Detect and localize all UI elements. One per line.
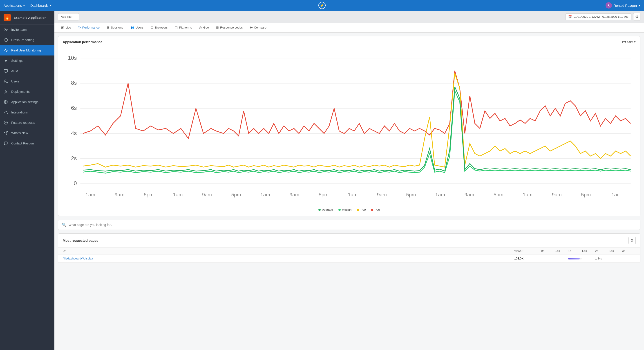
tab-live-label: Live (66, 26, 71, 29)
app-settings-icon (4, 100, 8, 104)
date-range-label: 01/21/2020 1:13 AM - 01/28/2020 1:13 AM (574, 15, 628, 18)
col-uri: Uri (63, 249, 514, 253)
crash-reporting-label: Crash Reporting (11, 38, 34, 42)
applications-nav[interactable]: Applications ▾ (4, 3, 25, 7)
col-0s: 0s (541, 249, 555, 253)
live-icon: ▣ (61, 26, 64, 29)
settings-icon (4, 58, 8, 63)
svg-text:1am: 1am (523, 192, 532, 197)
page-content: Application performance First paint ▾ 10… (54, 32, 644, 266)
median-dot (338, 209, 341, 211)
chart-title: Application performance (63, 40, 102, 44)
first-paint-label: First paint (620, 40, 633, 43)
col-05s: 0.5s (555, 249, 568, 253)
tab-live[interactable]: ▣ Live (58, 23, 74, 32)
rum-label: Real User Monitoring (11, 48, 41, 52)
apm-label: APM (11, 69, 18, 73)
legend-p90: P90 (357, 208, 366, 211)
row-uri[interactable]: /tiledashboard/*/display (63, 257, 514, 260)
tab-geo[interactable]: ◎ Geo (196, 23, 212, 32)
sidebar-item-settings[interactable]: Settings (0, 55, 54, 66)
add-filter-label: Add filter (61, 15, 72, 18)
svg-text:9am: 9am (377, 192, 387, 197)
p99-label: P99 (374, 208, 380, 211)
sidebar-item-users[interactable]: Users (0, 76, 54, 86)
tab-browsers[interactable]: ☐ Browsers (148, 23, 171, 32)
sidebar-app-item[interactable]: 🔥 Example Application (0, 11, 54, 24)
sidebar-item-integrations[interactable]: Integrations (0, 107, 54, 117)
app-settings-label: Application settings (11, 100, 38, 104)
svg-text:10s: 10s (68, 55, 77, 61)
applications-chevron: ▾ (23, 3, 25, 7)
page-search-bar[interactable]: 🔍 (58, 220, 640, 230)
response-codes-icon: ⊡ (216, 26, 219, 29)
layout: 🔥 Example Application Invite team Crash … (0, 11, 644, 350)
pages-header: Most requested pages ⚙ (58, 234, 640, 248)
tab-users[interactable]: 👥 Users (127, 23, 146, 32)
user-menu[interactable]: R Ronald Raygun ▾ (606, 2, 640, 8)
svg-text:1am: 1am (435, 192, 445, 197)
views-label: Views (514, 249, 522, 253)
first-paint-dropdown[interactable]: First paint ▾ (620, 40, 636, 43)
legend-average: Average (318, 208, 333, 211)
tab-response-codes[interactable]: ⊡ Response codes (213, 23, 246, 32)
integrations-icon (4, 110, 8, 115)
deployments-icon (4, 89, 8, 94)
performance-svg: 10s 8s 6s 4s 2s 0 1am (63, 46, 636, 206)
views-chevron: ▾ (522, 250, 524, 252)
sidebar-item-rum[interactable]: Real User Monitoring (0, 45, 54, 55)
svg-point-9 (6, 101, 6, 103)
svg-text:0: 0 (74, 180, 77, 186)
add-filter-button[interactable]: Add filter + (58, 13, 79, 20)
dashboards-nav[interactable]: Dashboards ▾ (30, 3, 52, 7)
users-icon (4, 79, 8, 84)
chart-area: 10s 8s 6s 4s 2s 0 1am (58, 46, 640, 216)
filter-settings-button[interactable]: ⚙ (633, 13, 640, 20)
sidebar-item-invite-team[interactable]: Invite team (0, 24, 54, 35)
svg-text:1am: 1am (173, 192, 182, 197)
sidebar-item-deployments[interactable]: Deployments (0, 86, 54, 97)
sidebar-item-feature-requests[interactable]: Feature requests (0, 117, 54, 128)
invite-team-label: Invite team (11, 28, 26, 31)
dashboards-chevron: ▾ (50, 3, 52, 7)
row-2s: 1.34s (595, 257, 609, 260)
sidebar-item-contact-raygun[interactable]: Contact Raygun (0, 138, 54, 148)
col-views[interactable]: Views ▾ (514, 249, 541, 253)
tab-sessions[interactable]: ⊞ Sessions (104, 23, 126, 32)
tab-compare-label: Compare (254, 26, 267, 29)
search-icon: 🔍 (62, 223, 66, 227)
performance-chart-card: Application performance First paint ▾ 10… (58, 36, 640, 216)
sessions-icon: ⊞ (107, 26, 110, 29)
svg-text:9am: 9am (202, 192, 212, 197)
date-range-button[interactable]: 📅 01/21/2020 1:13 AM - 01/28/2020 1:13 A… (565, 13, 632, 20)
svg-text:9am: 9am (115, 192, 124, 197)
tab-response-codes-label: Response codes (220, 26, 243, 29)
tab-platforms[interactable]: ◫ Platforms (172, 23, 195, 32)
performance-icon: ↻ (78, 26, 81, 29)
sidebar-item-whats-new[interactable]: What's New (0, 128, 54, 138)
sidebar-item-apm[interactable]: APM (0, 66, 54, 76)
tab-compare[interactable]: ⊢ Compare (247, 23, 270, 32)
user-avatar: R (606, 2, 612, 8)
page-search-input[interactable] (68, 223, 636, 227)
dashboards-label: Dashboards (30, 3, 48, 7)
tab-performance[interactable]: ↻ Performance (75, 23, 103, 32)
tabs: ▣ Live ↻ Performance ⊞ Sessions 👥 Users … (54, 23, 644, 32)
geo-icon: ◎ (199, 26, 202, 29)
svg-text:1am: 1am (348, 192, 358, 197)
legend-p99: P99 (371, 208, 380, 211)
app-name: Example Application (14, 16, 46, 19)
col-15s: 1.5s (582, 249, 595, 253)
calendar-icon: 📅 (568, 15, 572, 18)
p90-dot (357, 209, 359, 211)
pages-settings-button[interactable]: ⚙ (628, 237, 636, 244)
svg-text:6s: 6s (71, 105, 77, 111)
tab-sessions-label: Sessions (111, 26, 123, 29)
invite-icon (4, 27, 8, 32)
pages-title: Most requested pages (63, 239, 98, 242)
sidebar-item-app-settings[interactable]: Application settings (0, 97, 54, 107)
sidebar-item-crash-reporting[interactable]: Crash Reporting (0, 35, 54, 45)
bar-fill (568, 258, 580, 260)
col-3s: 3s (622, 249, 636, 253)
svg-text:5pm: 5pm (319, 192, 328, 197)
